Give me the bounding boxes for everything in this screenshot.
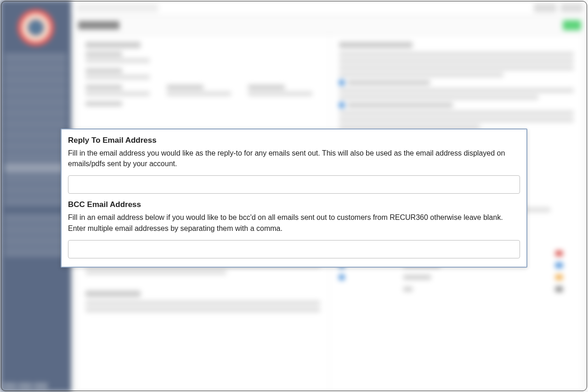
reply-to-heading: Reply To Email Address [68,136,520,145]
reply-to-input[interactable] [68,175,520,194]
email-settings-panel: Reply To Email Address Fill in the email… [61,129,527,268]
reply-to-description: Fill in the email address you would like… [68,148,520,169]
nav-item [5,86,67,96]
nav-item [5,97,67,107]
nav-item [5,225,67,235]
nav-item [5,108,67,118]
nav-item [5,75,67,85]
nav-item [5,214,67,224]
topbar [71,0,588,16]
search-bar [76,3,158,12]
nav-item [5,236,67,246]
app-logo [17,9,54,46]
nav-item [5,152,67,162]
nav-item [5,247,67,257]
nav-item [5,119,67,129]
nav-item-active [5,163,67,173]
nav-item [5,185,67,195]
bcc-heading: BCC Email Address [68,200,520,209]
sidebar-footer [3,383,48,389]
nav-item [5,53,67,63]
nav-item [5,64,67,74]
save-button-blurred [563,20,581,30]
page-title [78,21,119,29]
nav-item [5,141,67,151]
nav-item [5,196,67,206]
bcc-input[interactable] [68,240,520,258]
nav-item [5,174,67,184]
topbar-actions [528,3,583,12]
bcc-description: Fill in an email address below if you wo… [68,212,520,233]
nav-item [5,130,67,140]
